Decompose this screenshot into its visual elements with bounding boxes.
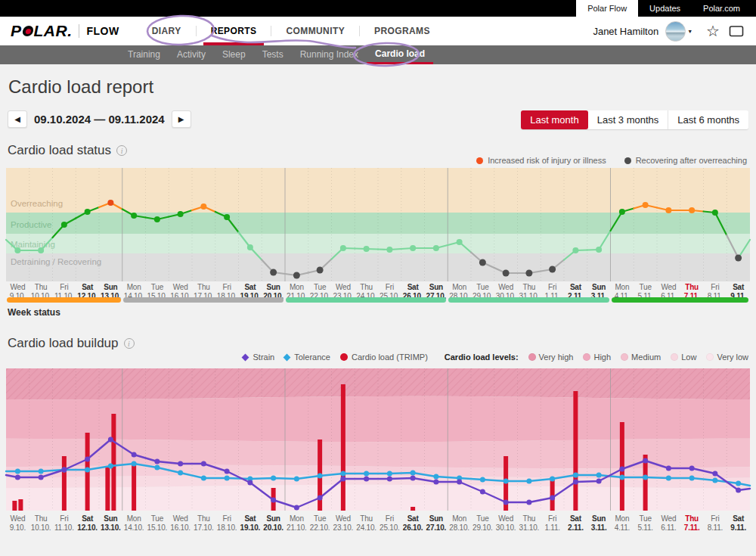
logo-o-icon xyxy=(21,26,33,36)
logo-text-p: P xyxy=(11,22,22,40)
subnav-item-activity[interactable]: Activity xyxy=(169,45,214,64)
week-status-segment xyxy=(286,297,446,303)
user-cluster: Janet Hamilton ▼ ☆ xyxy=(593,21,756,42)
strain-diamond-icon xyxy=(242,353,249,361)
high-dot-icon xyxy=(583,353,590,361)
legend-label: Strain xyxy=(253,353,274,362)
axis-day-label: Thu10.10. xyxy=(29,514,53,533)
legend-item-trimp: Cardio load (TRIMP) xyxy=(340,353,428,362)
subnav-item-tests[interactable]: Tests xyxy=(254,45,292,64)
subnav-item-sleep[interactable]: Sleep xyxy=(214,45,254,64)
status-section-heading: Cardio load status xyxy=(8,143,127,158)
legend-label: Medium xyxy=(631,353,661,362)
menu-item-diary[interactable]: DIARY xyxy=(138,17,196,45)
axis-day-label: Mon4.11. xyxy=(611,514,634,533)
cardio-load-status-chart: Detraining / RecoveringMaintainingProduc… xyxy=(0,168,756,281)
menu-item-community[interactable]: COMMUNITY xyxy=(271,17,359,45)
logo-text-rest: LAR. xyxy=(34,22,73,40)
legend-label: Cardio load (TRIMP) xyxy=(352,353,428,362)
axis-day-label: Fri11.10. xyxy=(53,514,76,533)
levels-label: Cardio load levels: xyxy=(445,353,519,362)
legend-item-very-high: Very high xyxy=(528,353,574,362)
legend-item-recovering: Recovering after overreaching xyxy=(624,156,747,165)
svg-text:Detraining / Recovering: Detraining / Recovering xyxy=(11,257,101,266)
svg-text:Productive: Productive xyxy=(11,220,51,229)
axis-day-label: Thu7.11. xyxy=(680,514,704,533)
injury-risk-dot-icon xyxy=(476,157,483,164)
menu-item-reports[interactable]: REPORTS xyxy=(197,17,271,45)
legend-label: Low xyxy=(681,353,696,362)
axis-day-label: Mon14.10. xyxy=(122,514,146,533)
date-range-text: 09.10.2024 — 09.11.2024 xyxy=(34,113,165,126)
axis-day-label: Tue29.10. xyxy=(471,514,494,533)
last-month-button[interactable]: Last month xyxy=(521,110,587,129)
site-tab-updates[interactable]: Updates xyxy=(638,0,692,17)
axis-day-label: Mon21.10. xyxy=(285,514,308,533)
week-status-segment xyxy=(7,297,121,303)
recovering-dot-icon xyxy=(624,157,631,164)
next-period-button[interactable]: ▶ xyxy=(172,110,191,128)
legend-item-injury-risk: Increased risk of injury or illness xyxy=(476,156,606,165)
axis-day-label: Wed9.10. xyxy=(6,514,29,533)
axis-day-label: Fri8.11. xyxy=(704,514,727,533)
user-avatar[interactable] xyxy=(665,21,686,42)
page-title: Cardio load report xyxy=(8,76,153,98)
logo-divider xyxy=(79,24,79,38)
legend-label: Increased risk of injury or illness xyxy=(488,156,606,165)
info-icon[interactable] xyxy=(116,145,127,156)
range-button-group: Last month Last 3 months Last 6 months xyxy=(521,110,748,129)
site-tab-polar-com[interactable]: Polar.com xyxy=(692,0,751,17)
main-navbar: PLAR. FLOW DIARY REPORTS COMMUNITY PROGR… xyxy=(0,17,756,45)
axis-day-label: Thu31.10. xyxy=(518,514,541,533)
status-legend: Increased risk of injury or illness Reco… xyxy=(476,156,747,165)
axis-day-label: Tue22.10. xyxy=(308,514,332,533)
tolerance-diamond-icon xyxy=(284,353,291,361)
very-high-dot-icon xyxy=(528,353,536,361)
axis-day-label: Fri25.10. xyxy=(378,514,401,533)
buildup-chart-x-axis: Wed9.10.Thu10.10.Fri11.10.Sat12.10.Sun13… xyxy=(6,514,750,533)
week-status-segment xyxy=(123,297,284,303)
axis-day-label: Thu17.10. xyxy=(192,514,215,533)
last-6-months-button[interactable]: Last 6 months xyxy=(668,110,748,129)
last-3-months-button[interactable]: Last 3 months xyxy=(588,110,668,129)
polar-flow-app: Polar Flow Updates Polar.com PLAR. FLOW … xyxy=(0,0,756,556)
flow-wordmark: FLOW xyxy=(87,25,119,37)
favorites-star-icon[interactable]: ☆ xyxy=(706,23,720,39)
axis-day-label: Thu24.10. xyxy=(355,514,378,533)
week-status-segment xyxy=(612,297,749,303)
axis-day-label: Wed16.10. xyxy=(169,514,192,533)
axis-day-label: Wed30.10. xyxy=(494,514,518,533)
buildup-legend: Strain Tolerance Cardio load (TRIMP) Car… xyxy=(243,353,748,362)
polar-logo[interactable]: PLAR. xyxy=(11,22,73,40)
legend-item-high: High xyxy=(583,353,611,362)
cardio-load-buildup-chart xyxy=(0,368,756,511)
info-icon[interactable] xyxy=(124,338,135,349)
medium-dot-icon xyxy=(621,353,628,361)
very-low-dot-icon xyxy=(706,353,714,361)
chevron-down-icon[interactable]: ▼ xyxy=(687,29,692,34)
buildup-section-title: Cardio load buildup xyxy=(8,336,119,351)
trimp-dot-icon xyxy=(340,353,348,361)
axis-day-label: Fri1.11. xyxy=(541,514,564,533)
axis-day-label: Tue15.10. xyxy=(146,514,169,533)
subnav-item-training[interactable]: Training xyxy=(119,45,169,64)
low-dot-icon xyxy=(671,353,678,361)
axis-day-label: Sat2.11. xyxy=(564,514,587,533)
legend-item-very-low: Very low xyxy=(706,353,748,362)
legend-label: Tolerance xyxy=(294,353,330,362)
axis-day-label: Wed23.10. xyxy=(332,514,355,533)
subnav-item-running-index[interactable]: Running Index xyxy=(292,45,367,64)
legend-item-strain: Strain xyxy=(243,353,274,362)
legend-label: High xyxy=(593,353,611,362)
previous-period-button[interactable]: ◀ xyxy=(8,110,27,128)
legend-item-low: Low xyxy=(671,353,696,362)
user-name[interactable]: Janet Hamilton xyxy=(593,26,658,37)
subnav-item-cardio-load[interactable]: Cardio load xyxy=(367,45,433,64)
feedback-bubble-icon[interactable] xyxy=(729,25,744,38)
menu-item-programs[interactable]: PROGRAMS xyxy=(360,17,445,45)
site-tab-polar-flow[interactable]: Polar Flow xyxy=(576,0,638,17)
buildup-section-heading: Cardio load buildup xyxy=(8,336,135,351)
week-status-label: Week status xyxy=(8,307,60,318)
axis-day-label: Wed6.11. xyxy=(657,514,680,533)
week-status-segment xyxy=(448,297,609,303)
